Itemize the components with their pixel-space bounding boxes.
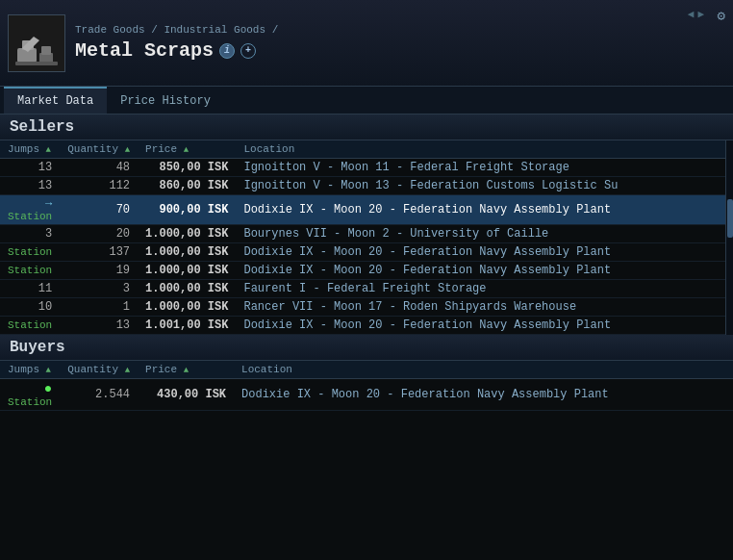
location-cell: Dodixie IX - Moon 20 - Federation Navy A… [234, 379, 733, 411]
tab-price-history[interactable]: Price History [107, 87, 224, 114]
sellers-scrollbar-thumb [727, 199, 733, 238]
jumps-col-header[interactable]: Jumps ▲ [0, 140, 60, 159]
app-container: Trade Goods / Industrial Goods / Metal S… [0, 0, 733, 411]
nav-arrows: ◀ ▶ [688, 8, 704, 20]
sellers-table-wrapper: Jumps ▲ Quantity ▲ Price ▲ Location 13 4… [0, 140, 733, 335]
quantity-cell: 2.544 [60, 379, 138, 411]
jumps-cell: 11 [0, 280, 60, 298]
svg-rect-5 [15, 62, 58, 65]
add-button[interactable]: + [240, 43, 256, 59]
location-cell: Ignoitton V - Moon 13 - Federation Custo… [236, 177, 733, 195]
price-cell: 900,00 ISK [138, 195, 236, 225]
quantity-cell: 48 [60, 159, 138, 177]
quantity-cell: 20 [60, 225, 138, 243]
location-cell: Dodixie IX - Moon 20 - Federation Navy A… [236, 243, 733, 262]
table-row[interactable]: Station 137 1.000,00 ISK Dodixie IX - Mo… [0, 243, 733, 262]
table-row[interactable]: 13 112 860,00 ISK Ignoitton V - Moon 13 … [0, 177, 733, 195]
station-label: Station [8, 211, 52, 222]
buyers-section: Buyers Jumps ▲ Quantity ▲ Price ▲ Locati… [0, 335, 733, 411]
table-row[interactable]: 13 48 850,00 ISK Ignoitton V - Moon 11 -… [0, 159, 733, 177]
table-row[interactable]: ● Station 2.544 430,00 ISK Dodixie IX - … [0, 379, 733, 411]
quantity-cell: 70 [60, 195, 138, 225]
location-cell: Faurent I - Federal Freight Storage [236, 280, 733, 298]
sellers-scrollbar[interactable] [725, 140, 733, 335]
settings-icon[interactable]: ⚙ [718, 8, 725, 24]
dot-icon: ● [44, 381, 52, 396]
price-cell: 1.001,00 ISK [138, 317, 236, 335]
table-row[interactable]: 11 3 1.000,00 ISK Faurent I - Federal Fr… [0, 280, 733, 298]
jumps-value: 13 [38, 161, 52, 174]
station-label: Station [8, 396, 52, 408]
jumps-cell: Station [0, 262, 60, 280]
price-cell: 430,00 ISK [138, 379, 234, 411]
location-col-header: Location [236, 140, 733, 159]
table-row[interactable]: 3 20 1.000,00 ISK Bourynes VII - Moon 2 … [0, 225, 733, 243]
station-label: Station [8, 265, 52, 276]
item-icon [8, 14, 65, 72]
price-cell: 860,00 ISK [138, 177, 236, 195]
price-cell: 1.000,00 ISK [138, 262, 236, 280]
back-arrow[interactable]: ◀ [688, 8, 695, 20]
quantity-cell: 1 [60, 298, 138, 317]
price-cell: 1.000,00 ISK [138, 280, 236, 298]
quantity-cell: 112 [60, 177, 138, 195]
station-label: Station [8, 246, 52, 258]
buyers-column-headers: Jumps ▲ Quantity ▲ Price ▲ Location [0, 361, 733, 379]
table-row[interactable]: → Station 70 900,00 ISK Dodixie IX - Moo… [0, 195, 733, 225]
price-cell: 1.000,00 ISK [138, 225, 236, 243]
jumps-value: 11 [38, 282, 52, 295]
buyers-table: Jumps ▲ Quantity ▲ Price ▲ Location ● St… [0, 361, 733, 411]
table-row[interactable]: Station 13 1.001,00 ISK Dodixie IX - Moo… [0, 317, 733, 335]
price-cell: 1.000,00 ISK [138, 243, 236, 262]
station-arrow: → [45, 197, 52, 211]
tabs-bar: Market Data Price History [0, 87, 733, 115]
svg-rect-3 [41, 46, 51, 55]
location-cell: Rancer VII - Moon 17 - Roden Shipyards W… [236, 298, 733, 317]
sellers-header: Sellers [0, 115, 733, 140]
location-cell: Dodixie IX - Moon 20 - Federation Navy A… [236, 195, 733, 225]
location-cell: Dodixie IX - Moon 20 - Federation Navy A… [236, 262, 733, 280]
header-info: Trade Goods / Industrial Goods / Metal S… [75, 24, 725, 62]
jumps-value: 13 [38, 179, 52, 192]
buyers-header: Buyers [0, 335, 733, 361]
item-title-row: Metal Scraps i + [75, 39, 725, 62]
price-cell: 1.000,00 ISK [138, 298, 236, 317]
forward-arrow[interactable]: ▶ [697, 8, 704, 20]
qty-col-header[interactable]: Quantity ▲ [60, 140, 138, 159]
buyers-table-wrapper: Jumps ▲ Quantity ▲ Price ▲ Location ● St… [0, 361, 733, 411]
jumps-cell: 13 [0, 177, 60, 195]
buyers-jumps-col-header[interactable]: Jumps ▲ [0, 361, 60, 379]
price-col-header[interactable]: Price ▲ [138, 140, 236, 159]
price-cell: 850,00 ISK [138, 159, 236, 177]
buyers-location-col-header: Location [234, 361, 733, 379]
jumps-cell: 10 [0, 298, 60, 317]
buyers-qty-col-header[interactable]: Quantity ▲ [60, 361, 138, 379]
jumps-cell: 3 [0, 225, 60, 243]
jumps-cell: ● Station [0, 379, 60, 411]
quantity-cell: 19 [60, 262, 138, 280]
location-cell: Dodixie IX - Moon 20 - Federation Navy A… [236, 317, 733, 335]
info-button[interactable]: i [219, 43, 235, 59]
item-name: Metal Scraps [75, 39, 214, 62]
tab-market-data[interactable]: Market Data [4, 87, 107, 114]
sellers-section: Sellers Jumps ▲ Quantity ▲ Price ▲ Locat… [0, 115, 733, 335]
buyers-price-col-header[interactable]: Price ▲ [138, 361, 234, 379]
sellers-table: Jumps ▲ Quantity ▲ Price ▲ Location 13 4… [0, 140, 733, 335]
sellers-column-headers: Jumps ▲ Quantity ▲ Price ▲ Location [0, 140, 733, 159]
quantity-cell: 137 [60, 243, 138, 262]
jumps-cell: → Station [0, 195, 60, 225]
jumps-cell: 13 [0, 159, 60, 177]
location-cell: Bourynes VII - Moon 2 - University of Ca… [236, 225, 733, 243]
quantity-cell: 3 [60, 280, 138, 298]
jumps-cell: Station [0, 243, 60, 262]
table-row[interactable]: 10 1 1.000,00 ISK Rancer VII - Moon 17 -… [0, 298, 733, 317]
breadcrumb: Trade Goods / Industrial Goods / [75, 24, 725, 36]
header: Trade Goods / Industrial Goods / Metal S… [0, 0, 733, 87]
jumps-value: 10 [38, 300, 52, 314]
table-row[interactable]: Station 19 1.000,00 ISK Dodixie IX - Moo… [0, 262, 733, 280]
quantity-cell: 13 [60, 317, 138, 335]
jumps-value: 3 [45, 227, 52, 241]
location-cell: Ignoitton V - Moon 11 - Federal Freight … [236, 159, 733, 177]
jumps-cell: Station [0, 317, 60, 335]
station-label: Station [8, 319, 52, 331]
